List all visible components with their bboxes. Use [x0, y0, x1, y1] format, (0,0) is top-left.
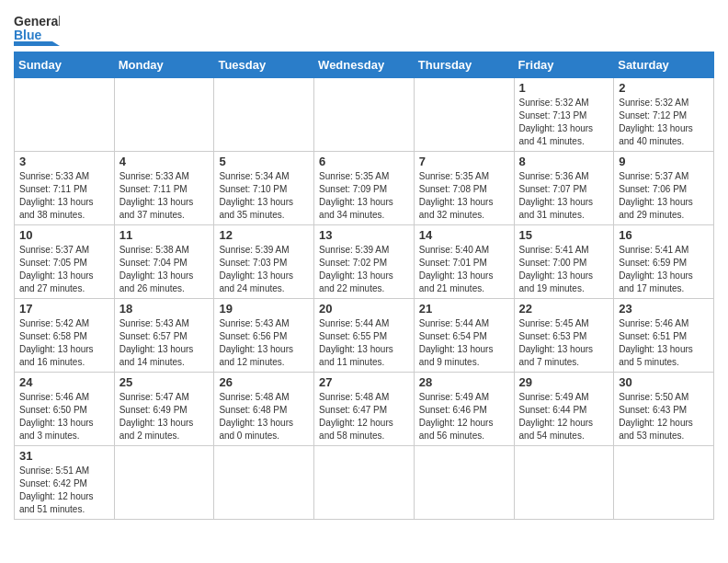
weekday-header-row: SundayMondayTuesdayWednesdayThursdayFrid…	[15, 52, 714, 78]
day-number: 19	[219, 302, 309, 316]
day-info: Sunrise: 5:39 AM Sunset: 7:03 PM Dayligh…	[219, 244, 309, 295]
day-info: Sunrise: 5:38 AM Sunset: 7:04 PM Dayligh…	[119, 244, 210, 295]
calendar-cell: 12Sunrise: 5:39 AM Sunset: 7:03 PM Dayli…	[214, 225, 314, 299]
calendar-cell: 21Sunrise: 5:44 AM Sunset: 6:54 PM Dayli…	[414, 299, 514, 373]
day-info: Sunrise: 5:49 AM Sunset: 6:44 PM Dayligh…	[519, 391, 609, 442]
calendar-cell	[214, 78, 314, 152]
day-info: Sunrise: 5:37 AM Sunset: 7:05 PM Dayligh…	[19, 244, 109, 295]
day-number: 3	[19, 155, 109, 168]
day-info: Sunrise: 5:49 AM Sunset: 6:46 PM Dayligh…	[419, 391, 509, 442]
day-number: 15	[519, 228, 609, 242]
week-row-4: 24Sunrise: 5:46 AM Sunset: 6:50 PM Dayli…	[15, 373, 714, 446]
calendar-cell: 27Sunrise: 5:48 AM Sunset: 6:47 PM Dayli…	[314, 373, 415, 446]
day-info: Sunrise: 5:33 AM Sunset: 7:11 PM Dayligh…	[119, 170, 210, 222]
calendar-cell: 10Sunrise: 5:37 AM Sunset: 7:05 PM Dayli…	[15, 225, 115, 299]
day-number: 10	[19, 228, 109, 242]
day-info: Sunrise: 5:42 AM Sunset: 6:58 PM Dayligh…	[19, 317, 109, 369]
day-number: 8	[519, 155, 609, 168]
calendar-cell: 2Sunrise: 5:32 AM Sunset: 7:12 PM Daylig…	[614, 78, 714, 152]
calendar-cell	[514, 446, 614, 520]
svg-text:General: General	[14, 14, 60, 29]
day-info: Sunrise: 5:35 AM Sunset: 7:09 PM Dayligh…	[319, 170, 409, 222]
calendar-cell: 4Sunrise: 5:33 AM Sunset: 7:11 PM Daylig…	[114, 152, 214, 225]
calendar-cell: 14Sunrise: 5:40 AM Sunset: 7:01 PM Dayli…	[414, 225, 514, 299]
day-number: 24	[19, 375, 109, 389]
day-number: 31	[19, 449, 109, 463]
calendar-cell: 17Sunrise: 5:42 AM Sunset: 6:58 PM Dayli…	[15, 299, 115, 373]
calendar-cell	[614, 446, 714, 520]
day-number: 23	[619, 302, 709, 316]
day-info: Sunrise: 5:33 AM Sunset: 7:11 PM Dayligh…	[19, 170, 109, 222]
day-info: Sunrise: 5:45 AM Sunset: 6:53 PM Dayligh…	[519, 317, 609, 369]
day-number: 4	[119, 155, 210, 168]
calendar-cell: 28Sunrise: 5:49 AM Sunset: 6:46 PM Dayli…	[414, 373, 514, 446]
logo: General Blue	[14, 9, 60, 46]
calendar-cell: 9Sunrise: 5:37 AM Sunset: 7:06 PM Daylig…	[614, 152, 714, 225]
weekday-header-saturday: Saturday	[614, 52, 714, 78]
day-info: Sunrise: 5:43 AM Sunset: 6:57 PM Dayligh…	[119, 317, 210, 369]
day-info: Sunrise: 5:44 AM Sunset: 6:54 PM Dayligh…	[419, 317, 509, 369]
calendar-cell	[414, 78, 514, 152]
calendar-cell: 25Sunrise: 5:47 AM Sunset: 6:49 PM Dayli…	[114, 373, 214, 446]
day-number: 2	[619, 81, 709, 95]
day-number: 30	[619, 375, 709, 389]
calendar-cell: 3Sunrise: 5:33 AM Sunset: 7:11 PM Daylig…	[15, 152, 115, 225]
day-number: 18	[119, 302, 210, 316]
day-number: 11	[119, 228, 210, 242]
week-row-5: 31Sunrise: 5:51 AM Sunset: 6:42 PM Dayli…	[15, 446, 714, 520]
day-number: 5	[219, 155, 309, 168]
day-info: Sunrise: 5:48 AM Sunset: 6:48 PM Dayligh…	[219, 391, 309, 442]
week-row-3: 17Sunrise: 5:42 AM Sunset: 6:58 PM Dayli…	[15, 299, 714, 373]
calendar-cell: 15Sunrise: 5:41 AM Sunset: 7:00 PM Dayli…	[514, 225, 614, 299]
calendar-table: SundayMondayTuesdayWednesdayThursdayFrid…	[14, 52, 714, 520]
day-info: Sunrise: 5:34 AM Sunset: 7:10 PM Dayligh…	[219, 170, 309, 222]
day-info: Sunrise: 5:32 AM Sunset: 7:12 PM Dayligh…	[619, 97, 709, 148]
day-info: Sunrise: 5:50 AM Sunset: 6:43 PM Dayligh…	[619, 391, 709, 442]
week-row-2: 10Sunrise: 5:37 AM Sunset: 7:05 PM Dayli…	[15, 225, 714, 299]
weekday-header-friday: Friday	[514, 52, 614, 78]
calendar-cell: 11Sunrise: 5:38 AM Sunset: 7:04 PM Dayli…	[114, 225, 214, 299]
day-number: 13	[319, 228, 409, 242]
calendar-cell: 23Sunrise: 5:46 AM Sunset: 6:51 PM Dayli…	[614, 299, 714, 373]
day-info: Sunrise: 5:35 AM Sunset: 7:08 PM Dayligh…	[419, 170, 509, 222]
day-number: 21	[419, 302, 509, 316]
calendar-cell: 22Sunrise: 5:45 AM Sunset: 6:53 PM Dayli…	[514, 299, 614, 373]
calendar-cell	[15, 78, 115, 152]
day-number: 1	[519, 81, 609, 95]
calendar-cell: 30Sunrise: 5:50 AM Sunset: 6:43 PM Dayli…	[614, 373, 714, 446]
weekday-header-wednesday: Wednesday	[314, 52, 415, 78]
calendar-cell: 24Sunrise: 5:46 AM Sunset: 6:50 PM Dayli…	[15, 373, 115, 446]
day-number: 14	[419, 228, 509, 242]
day-info: Sunrise: 5:32 AM Sunset: 7:13 PM Dayligh…	[519, 97, 609, 148]
calendar-cell: 7Sunrise: 5:35 AM Sunset: 7:08 PM Daylig…	[414, 152, 514, 225]
calendar-cell: 29Sunrise: 5:49 AM Sunset: 6:44 PM Dayli…	[514, 373, 614, 446]
day-info: Sunrise: 5:46 AM Sunset: 6:50 PM Dayligh…	[19, 391, 109, 442]
calendar-cell: 13Sunrise: 5:39 AM Sunset: 7:02 PM Dayli…	[314, 225, 415, 299]
logo-icon: General Blue	[14, 9, 60, 46]
day-number: 28	[419, 375, 509, 389]
day-number: 29	[519, 375, 609, 389]
day-info: Sunrise: 5:48 AM Sunset: 6:47 PM Dayligh…	[319, 391, 409, 442]
day-info: Sunrise: 5:37 AM Sunset: 7:06 PM Dayligh…	[619, 170, 709, 222]
day-number: 16	[619, 228, 709, 242]
day-info: Sunrise: 5:36 AM Sunset: 7:07 PM Dayligh…	[519, 170, 609, 222]
calendar-cell: 31Sunrise: 5:51 AM Sunset: 6:42 PM Dayli…	[15, 446, 115, 520]
day-info: Sunrise: 5:39 AM Sunset: 7:02 PM Dayligh…	[319, 244, 409, 295]
calendar-cell: 18Sunrise: 5:43 AM Sunset: 6:57 PM Dayli…	[114, 299, 214, 373]
svg-marker-2	[14, 41, 60, 46]
page-header: General Blue	[14, 9, 714, 46]
calendar-cell	[114, 446, 214, 520]
calendar-cell	[414, 446, 514, 520]
day-info: Sunrise: 5:41 AM Sunset: 7:00 PM Dayligh…	[519, 244, 609, 295]
day-info: Sunrise: 5:44 AM Sunset: 6:55 PM Dayligh…	[319, 317, 409, 369]
day-number: 27	[319, 375, 409, 389]
week-row-1: 3Sunrise: 5:33 AM Sunset: 7:11 PM Daylig…	[15, 152, 714, 225]
day-number: 7	[419, 155, 509, 168]
weekday-header-sunday: Sunday	[15, 52, 115, 78]
calendar-cell	[214, 446, 314, 520]
week-row-0: 1Sunrise: 5:32 AM Sunset: 7:13 PM Daylig…	[15, 78, 714, 152]
calendar-cell: 20Sunrise: 5:44 AM Sunset: 6:55 PM Dayli…	[314, 299, 415, 373]
calendar-cell	[114, 78, 214, 152]
day-number: 6	[319, 155, 409, 168]
day-number: 26	[219, 375, 309, 389]
